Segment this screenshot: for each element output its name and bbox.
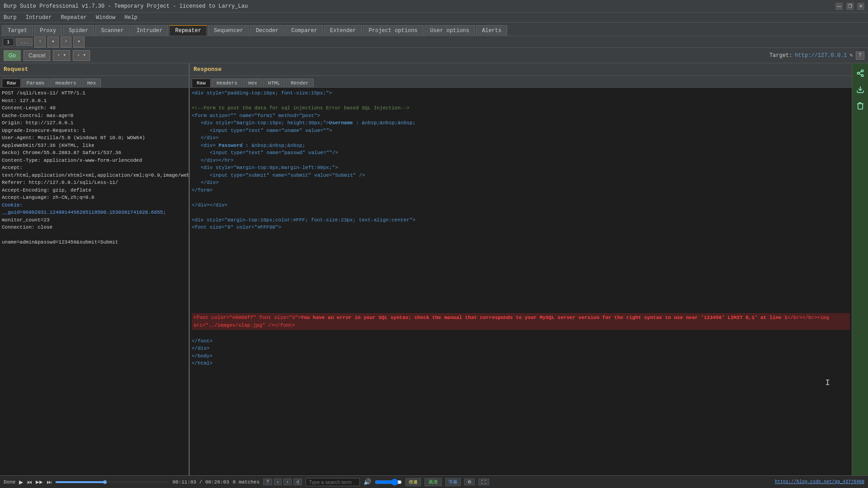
res-tab-raw[interactable]: Raw — [192, 79, 211, 87]
req-tab-raw[interactable]: Raw — [2, 79, 21, 87]
tab-repeater[interactable]: Repeater — [169, 25, 207, 36]
caption-button[interactable]: 字幕 — [445, 478, 461, 486]
menu-window[interactable]: Window — [94, 14, 117, 22]
volume-icon: 🔊 — [363, 478, 371, 486]
csdn-link[interactable]: https://blog.csdn.net/qq_43776408 — [775, 479, 864, 484]
res-line-input3: <input type="submit" name="submit" value… — [192, 172, 850, 179]
res-line-div1: <div style="margin-top:15px; height:30px… — [192, 119, 850, 127]
res-blank12 — [192, 291, 850, 299]
req-tab-hex[interactable]: Hex — [82, 79, 101, 87]
tab-scanner[interactable]: Scanner — [95, 25, 129, 36]
speed-button[interactable]: 倍速 — [406, 478, 421, 486]
play-button[interactable]: ▶ — [19, 479, 23, 485]
req-line-body: uname=admin&passwd=123456&submit=Submit — [2, 239, 187, 246]
nav-prev-button[interactable]: ‹ ▾ — [53, 50, 70, 61]
res-tab-render[interactable]: Render — [286, 79, 314, 87]
res-line-body: </body> — [192, 352, 850, 360]
tab-project-options[interactable]: Project options — [363, 25, 424, 36]
res-line-div3close: </div> — [192, 179, 850, 187]
req-line-3: Content-Length: 40 — [2, 104, 187, 112]
tab-extender[interactable]: Extender — [324, 25, 362, 36]
svg-line-3 — [859, 74, 861, 75]
cancel-button[interactable]: Cancel — [24, 50, 50, 61]
tab-proxy[interactable]: Proxy — [34, 25, 62, 36]
menu-burp[interactable]: Burp — [2, 14, 19, 22]
repeater-tab-1[interactable]: 1 — [3, 38, 14, 46]
nav-right-chevron[interactable]: › — [61, 37, 72, 47]
fast-forward-button[interactable]: ▶▶ — [36, 479, 43, 484]
bottom-bar: Done ▶ ⏮ ▶▶ ⏭ 00:11:03 / 00:26:03 0 matc… — [0, 475, 868, 488]
status-text: Done — [4, 479, 15, 485]
nav-end-button[interactable]: ›| — [293, 479, 302, 485]
main-content: Request Raw Params Headers Hex POST /sql… — [0, 63, 868, 475]
res-line-input1: <input type="text" name="uname" value=""… — [192, 127, 850, 135]
res-line-blank1 — [192, 97, 850, 105]
response-panel: Response Raw Headers Hex HTML Render <di… — [190, 63, 852, 475]
req-line-10: Accept: text/html,application/xhtml+xml,… — [2, 164, 187, 179]
quality-button[interactable]: 高清 — [425, 478, 442, 486]
req-line-1: POST /sqli/Less-11/ HTTP/1.1 — [2, 89, 187, 97]
res-tab-headers[interactable]: Headers — [212, 79, 242, 87]
req-tab-headers[interactable]: Headers — [50, 79, 81, 87]
maximize-button[interactable]: ❐ — [846, 3, 854, 10]
tab-target[interactable]: Target — [2, 25, 33, 36]
delete-icon[interactable] — [854, 99, 867, 112]
tab-sequencer[interactable]: Sequencer — [208, 25, 249, 36]
tab-spider[interactable]: Spider — [63, 25, 94, 36]
req-line-9: Content-Type: application/x-www-form-url… — [2, 157, 187, 164]
main-tab-bar: Target Proxy Spider Scanner Intruder Rep… — [0, 23, 868, 36]
response-content[interactable]: <div style="padding-top:10px; font-size:… — [190, 88, 852, 475]
search-input[interactable] — [306, 478, 360, 486]
skip-next-button[interactable]: ⏭ — [47, 479, 52, 485]
res-line-fontclose: </font> — [192, 338, 850, 345]
settings-button[interactable]: ⚙ — [464, 479, 475, 485]
minimize-button[interactable]: — — [835, 3, 843, 10]
nav-left-chevron[interactable]: ‹ — [34, 37, 46, 47]
nav-next-button[interactable]: › ▾ — [73, 50, 90, 61]
req-line-2: Host: 127.0.0.1 — [2, 97, 187, 105]
res-blank6 — [192, 246, 850, 254]
repeater-tab-ellipsis[interactable]: ... — [16, 38, 33, 46]
tab-intruder[interactable]: Intruder — [131, 25, 169, 36]
close-button[interactable]: ✕ — [857, 3, 864, 10]
req-line-4: Cache-Control: max-age=0 — [2, 112, 187, 120]
menu-help[interactable]: Help — [123, 14, 139, 22]
res-tab-hex[interactable]: Hex — [243, 79, 262, 87]
req-line-7: User-Agent: Mozilla/5.0 (Windows NT 10.0… — [2, 134, 187, 149]
nav-back-button[interactable]: ‹ — [274, 479, 282, 485]
res-tab-html[interactable]: HTML — [263, 79, 285, 87]
res-line-form: <form action="" name="form1" method="pos… — [192, 112, 850, 120]
menu-repeater[interactable]: Repeater — [59, 14, 89, 22]
skip-prev-button[interactable]: ⏮ — [27, 479, 32, 485]
request-content[interactable]: POST /sqli/Less-11/ HTTP/1.1 Host: 127.0… — [0, 88, 189, 475]
progress-bar[interactable] — [56, 481, 169, 483]
tab-decoder[interactable]: Decoder — [250, 25, 284, 36]
nav-right-dropdown[interactable]: ▾ — [73, 37, 85, 47]
res-line-comment: <!--Form to post the data for sql inject… — [192, 104, 850, 112]
tab-user-options[interactable]: User options — [425, 25, 475, 36]
req-line-15: Connection: close — [2, 224, 187, 231]
nav-left-dropdown[interactable]: ▾ — [47, 37, 59, 47]
help-icon[interactable]: ? — [856, 52, 864, 60]
menu-intruder[interactable]: Intruder — [24, 14, 54, 22]
tab-alerts[interactable]: Alerts — [476, 25, 507, 36]
svg-point-2 — [861, 75, 863, 77]
volume-slider[interactable] — [375, 479, 402, 486]
title-text: Burp Suite Professional v1.7.30 - Tempor… — [4, 3, 248, 9]
repeater-number-bar: 1 ... ‹ ▾ › ▾ — [0, 36, 868, 48]
go-button[interactable]: Go — [4, 50, 21, 61]
nav-fwd-button[interactable]: › — [283, 479, 291, 485]
nav-help-button[interactable]: ? — [263, 479, 272, 485]
progress-fill — [56, 481, 103, 483]
search-count: 0 matches — [233, 479, 259, 485]
download-icon[interactable] — [854, 83, 867, 96]
edit-icon[interactable]: ✎ — [850, 52, 853, 59]
title-controls: — ❐ ✕ — [835, 3, 864, 10]
tab-comparer[interactable]: Comparer — [285, 25, 323, 36]
res-line-font: <font size="6" color="#FFF00"> — [192, 224, 850, 231]
fullscreen-button[interactable]: ⛶ — [478, 479, 489, 485]
share-icon[interactable] — [854, 67, 867, 80]
req-tab-params[interactable]: Params — [22, 79, 50, 87]
res-line-divclose: </div></div> — [192, 202, 850, 209]
res-blank3 — [192, 209, 850, 216]
